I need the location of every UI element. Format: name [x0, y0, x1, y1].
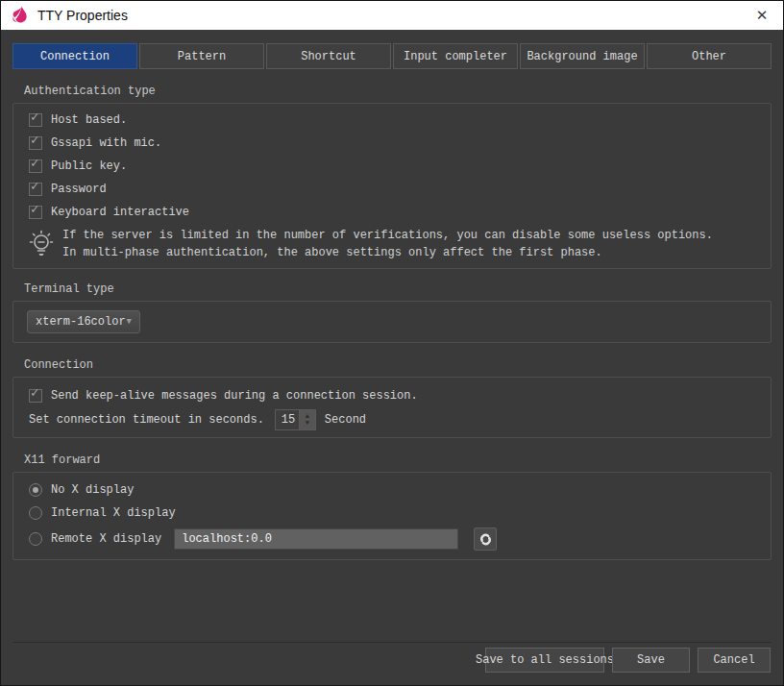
hint-line-2: In multi-phase authentication, the above… [62, 244, 713, 261]
radio-label: Remote X display [51, 532, 161, 546]
checkbox-gssapi[interactable]: ✓ Gssapi with mic. [29, 132, 757, 155]
timeout-label: Set connection timeout in seconds. [29, 413, 264, 427]
spinner-buttons[interactable]: ▲ ▼ [300, 409, 316, 430]
checkbox-label: Password [51, 183, 107, 196]
radio-label: Internal X display [51, 506, 176, 520]
checkbox-box[interactable]: ✓ [29, 183, 42, 196]
checkbox-public-key[interactable]: ✓ Public key. [29, 155, 757, 178]
x11-group: No X display Internal X display Remote X… [12, 472, 772, 560]
tab-pattern[interactable]: Pattern [139, 43, 264, 69]
tab-other[interactable]: Other [647, 43, 772, 69]
tab-connection[interactable]: Connection [12, 43, 137, 69]
auth-group-title: Authentication type [24, 85, 772, 98]
x11-group-title: X11 forward [24, 453, 772, 467]
timeout-row: Set connection timeout in seconds. 15 ▲ … [29, 407, 757, 431]
radio-button[interactable] [29, 483, 42, 497]
check-icon: ✓ [31, 134, 38, 147]
tty-properties-dialog: TTY Properties ✕ Connection Pattern Shor… [0, 0, 784, 686]
checkbox-label: Gssapi with mic. [51, 136, 161, 150]
tab-bar: Connection Pattern Shortcut Input comple… [12, 43, 772, 69]
titlebar: TTY Properties ✕ [1, 1, 783, 30]
connection-group-title: Connection [24, 358, 772, 372]
save-to-all-sessions-button[interactable]: Save to all sessions [485, 648, 604, 673]
timeout-unit: Second [325, 413, 366, 427]
dialog-content: Connection Pattern Shortcut Input comple… [1, 43, 783, 560]
close-icon: ✕ [756, 7, 769, 24]
radio-remote-x-display[interactable]: Remote X display [29, 525, 757, 553]
hint-line-1: If the server is limited in the number o… [62, 227, 713, 244]
checkbox-box[interactable]: ✓ [29, 389, 42, 403]
refresh-display-button[interactable] [474, 527, 497, 551]
checkbox-password[interactable]: ✓ Password [29, 178, 757, 201]
footer-separator [12, 642, 772, 643]
terminal-group: xterm-16color ▼ [12, 301, 772, 343]
radio-label: No X display [51, 483, 134, 497]
checkbox-label: Send keep-alive messages during a connec… [51, 389, 418, 403]
refresh-icon [478, 532, 493, 547]
connection-group: ✓ Send keep-alive messages during a conn… [12, 377, 772, 438]
chevron-down-icon: ▼ [127, 317, 132, 327]
radio-internal-x-display[interactable]: Internal X display [29, 502, 757, 525]
auth-group: ✓ Host based. ✓ Gssapi with mic. ✓ Publi… [12, 103, 772, 269]
checkbox-label: Public key. [51, 159, 127, 173]
check-icon: ✓ [31, 203, 38, 216]
cancel-button[interactable]: Cancel [698, 648, 771, 673]
checkbox-keep-alive[interactable]: ✓ Send keep-alive messages during a conn… [29, 383, 757, 407]
timeout-value[interactable]: 15 [275, 409, 300, 430]
timeout-spinbox[interactable]: 15 ▲ ▼ [275, 409, 316, 430]
footer-buttons: Save to all sessions Save Cancel [485, 648, 771, 673]
terminal-type-value: xterm-16color [36, 315, 126, 329]
check-icon: ✓ [31, 180, 38, 193]
app-logo-icon [11, 6, 30, 25]
checkbox-box[interactable]: ✓ [29, 206, 42, 219]
checkbox-label: Keyboard interactive [51, 206, 189, 219]
tab-background-image[interactable]: Background image [520, 43, 645, 69]
check-icon: ✓ [31, 386, 38, 400]
close-button[interactable]: ✕ [741, 1, 783, 30]
remote-display-input[interactable] [174, 528, 458, 550]
tab-shortcut[interactable]: Shortcut [266, 43, 391, 69]
radio-button[interactable] [29, 532, 42, 546]
checkbox-keyboard-interactive[interactable]: ✓ Keyboard interactive [29, 201, 757, 224]
terminal-group-title: Terminal type [24, 282, 772, 296]
check-icon: ✓ [31, 110, 38, 124]
radio-button[interactable] [29, 506, 42, 520]
checkbox-box[interactable]: ✓ [29, 159, 42, 173]
save-button[interactable]: Save [612, 648, 690, 673]
auth-hint: If the server is limited in the number o… [29, 227, 757, 261]
spin-down-icon[interactable]: ▼ [306, 420, 309, 427]
radio-no-x-display[interactable]: No X display [29, 478, 757, 502]
terminal-type-select[interactable]: xterm-16color ▼ [27, 310, 140, 333]
checkbox-label: Host based. [51, 113, 127, 127]
window-title: TTY Properties [37, 8, 741, 23]
tab-input-completer[interactable]: Input completer [393, 43, 518, 69]
check-icon: ✓ [31, 157, 38, 170]
checkbox-box[interactable]: ✓ [29, 136, 42, 150]
checkbox-box[interactable]: ✓ [29, 113, 42, 127]
checkbox-host-based[interactable]: ✓ Host based. [29, 109, 757, 132]
lightbulb-icon [29, 230, 54, 258]
